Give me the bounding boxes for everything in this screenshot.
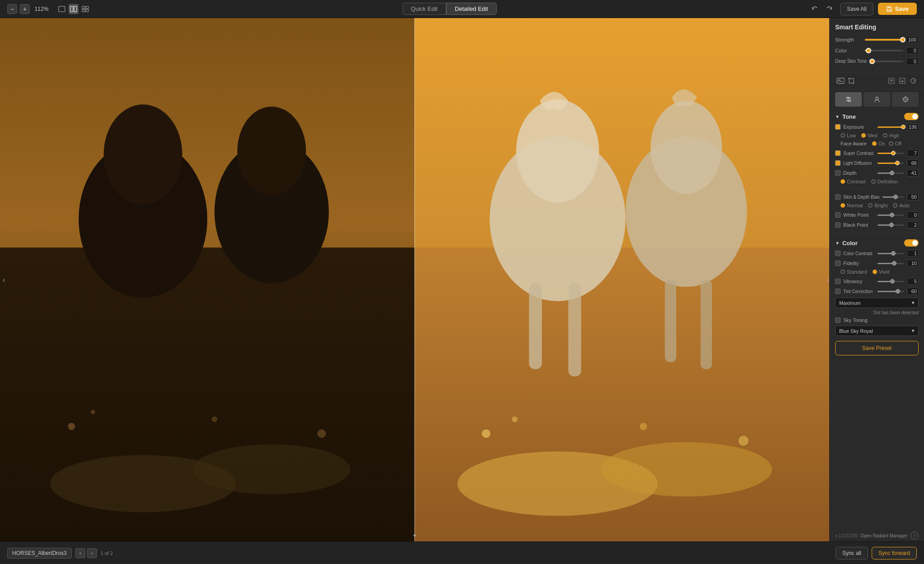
definition-option[interactable]: Definition (871, 179, 898, 184)
creative-tab[interactable] (892, 92, 919, 107)
detailed-edit-tab[interactable]: Detailed Edit (446, 3, 497, 15)
crop-icon[interactable] (846, 75, 857, 86)
color-slider[interactable] (865, 50, 903, 51)
super-contrast-row: Super Contrast 7 (830, 148, 924, 158)
color-contrast-checkbox[interactable] (835, 251, 841, 256)
tint-correction-slider[interactable] (878, 291, 904, 292)
sky-toning-checkbox[interactable] (835, 317, 841, 323)
next-button[interactable]: › (87, 548, 97, 558)
expand-bottom-arrow[interactable]: ▾ (413, 532, 416, 539)
color-contrast-slider[interactable] (878, 253, 904, 254)
adjustments-tab[interactable] (835, 92, 862, 107)
definition-label: Definition (878, 179, 898, 184)
exposure-label: Exposure (843, 124, 875, 130)
portrait-tab[interactable] (864, 92, 890, 107)
photo-icon[interactable] (835, 75, 846, 86)
single-view-icon[interactable] (57, 4, 67, 14)
face-off-option[interactable]: Off (889, 141, 901, 146)
sky-toning-dropdown[interactable]: Blue Sky Royal ▾ (835, 326, 919, 336)
strength-slider[interactable] (865, 39, 903, 41)
svg-point-46 (903, 97, 908, 102)
super-contrast-checkbox[interactable] (835, 150, 841, 156)
depth-slider[interactable] (878, 172, 904, 174)
fidelity-checkbox[interactable] (835, 261, 841, 266)
deep-skin-slider[interactable] (869, 61, 903, 62)
black-point-slider[interactable] (878, 224, 904, 226)
super-contrast-slider[interactable] (878, 153, 904, 154)
edit-tabs: Quick Edit Detailed Edit (90, 3, 808, 15)
collapse-right-arrow[interactable]: › (827, 276, 829, 284)
light-diffusion-checkbox[interactable] (835, 160, 841, 166)
skin-depth-slider[interactable] (882, 196, 904, 198)
fidelity-row: Fidelity 10 (830, 258, 924, 268)
face-on-option[interactable]: On (872, 141, 885, 146)
standard-option[interactable]: Standard (841, 269, 867, 275)
face-aware-row: Face Aware On Off (830, 140, 924, 148)
page-info: 1 of 2 (101, 550, 113, 556)
tint-correction-checkbox[interactable] (835, 289, 841, 294)
import-icon[interactable] (897, 75, 908, 86)
version-text: v:1.0.0.155 (835, 533, 857, 538)
high-option[interactable]: High (883, 133, 900, 138)
color-toggle[interactable] (904, 239, 919, 247)
vivid-radio (873, 270, 877, 274)
sync-forward-button[interactable]: Sync forward (872, 547, 917, 559)
tab-icons (830, 89, 924, 109)
white-point-checkbox[interactable] (835, 212, 841, 218)
prev-button[interactable]: ‹ (75, 548, 85, 558)
sync-all-button[interactable]: Sync all (836, 547, 868, 559)
tone-triangle[interactable]: ▼ (835, 114, 840, 119)
depth-checkbox[interactable] (835, 170, 841, 176)
auto-option[interactable]: Auto (893, 203, 910, 208)
redo-button[interactable] (823, 3, 836, 15)
tint-dropdown[interactable]: Maximum ▾ (835, 298, 919, 308)
deep-skin-thumb (869, 59, 875, 64)
zoom-out-button[interactable]: − (7, 4, 17, 14)
vivid-option[interactable]: Vivid (873, 269, 890, 275)
open-radiant-link[interactable]: Open Radiant Manager (860, 533, 907, 538)
refresh-icon[interactable] (908, 75, 919, 86)
light-diffusion-slider[interactable] (878, 163, 904, 164)
white-point-slider[interactable] (878, 214, 904, 216)
tint-correction-value: 60 (907, 288, 919, 295)
black-point-checkbox[interactable] (835, 222, 841, 228)
vibrancy-checkbox[interactable] (835, 279, 841, 284)
collapse-left-arrow[interactable]: ‹ (3, 276, 5, 284)
tone-toggle[interactable] (904, 113, 919, 120)
exposure-slider[interactable] (878, 126, 904, 128)
zoom-in-button[interactable]: + (20, 4, 30, 14)
fidelity-mode-row: Standard Vivid (830, 268, 924, 276)
bright-option[interactable]: Bright (868, 203, 887, 208)
normal-option[interactable]: Normal (841, 203, 863, 208)
svg-point-32 (601, 442, 772, 496)
split-view-icon[interactable] (69, 4, 79, 14)
grid-view-icon[interactable] (80, 4, 90, 14)
vibrancy-slider[interactable] (878, 281, 904, 282)
color-section-header: ▼ Color (830, 236, 924, 248)
export-icon[interactable] (886, 75, 897, 86)
smart-editing-controls: Strength 100 Color 0 Deep Skin Tone (830, 33, 924, 72)
fidelity-slider[interactable] (878, 263, 904, 264)
undo-button[interactable] (808, 3, 821, 15)
save-button[interactable]: Save (878, 3, 917, 15)
low-option[interactable]: Low (841, 133, 856, 138)
svg-rect-27 (529, 283, 542, 369)
color-contrast-thumb (891, 251, 896, 256)
tone-section-header: ▼ Tone (830, 109, 924, 122)
help-icon[interactable]: ? (910, 531, 919, 540)
undo-redo (808, 3, 836, 15)
save-preset-button[interactable]: Save Preset (835, 341, 919, 355)
svg-point-19 (212, 416, 217, 422)
save-all-button[interactable]: Save All (840, 3, 873, 15)
svg-point-16 (193, 444, 351, 494)
color-triangle[interactable]: ▼ (835, 241, 840, 246)
black-point-thumb (889, 223, 894, 227)
exposure-checkbox[interactable] (835, 124, 841, 130)
tint-dropdown-value: Maximum (839, 300, 861, 306)
quick-edit-tab[interactable]: Quick Edit (402, 3, 446, 15)
skin-depth-checkbox[interactable] (835, 194, 841, 200)
color-contrast-row: Color Contrast 1 (830, 248, 924, 258)
svg-rect-1 (70, 6, 73, 12)
med-option[interactable]: Med (861, 133, 877, 138)
contrast-option[interactable]: Contrast (841, 179, 866, 184)
